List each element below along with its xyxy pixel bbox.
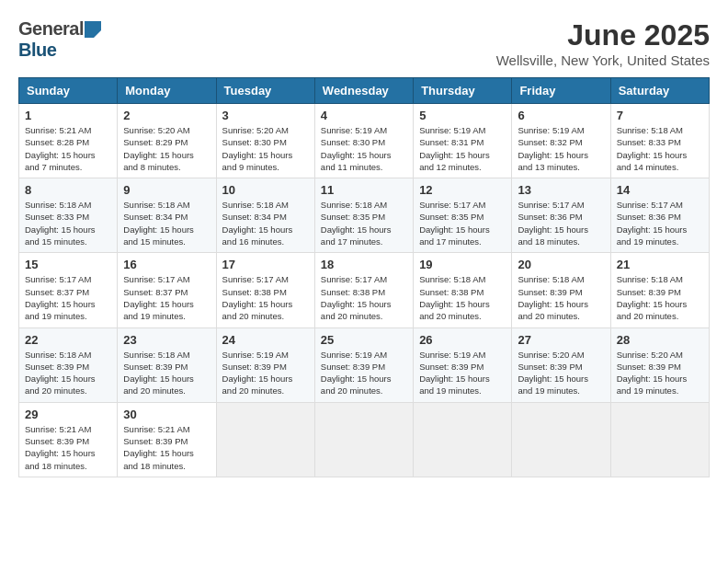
day-number: 3 bbox=[222, 109, 309, 122]
calendar-week-row: 8Sunrise: 5:18 AMSunset: 8:33 PMDaylight… bbox=[19, 178, 710, 253]
table-row: 30Sunrise: 5:21 AMSunset: 8:39 PMDayligh… bbox=[118, 402, 216, 477]
calendar-header-row: Sunday Monday Tuesday Wednesday Thursday… bbox=[19, 78, 710, 104]
day-number: 15 bbox=[25, 258, 111, 271]
day-number: 7 bbox=[617, 109, 703, 122]
table-row: 28Sunrise: 5:20 AMSunset: 8:39 PMDayligh… bbox=[610, 327, 709, 402]
day-number: 21 bbox=[617, 258, 703, 271]
table-row: 8Sunrise: 5:18 AMSunset: 8:33 PMDaylight… bbox=[19, 178, 118, 253]
day-number: 25 bbox=[321, 333, 407, 347]
day-info: Sunrise: 5:18 AMSunset: 8:39 PMDaylight:… bbox=[518, 273, 604, 322]
day-info: Sunrise: 5:18 AMSunset: 8:35 PMDaylight:… bbox=[321, 199, 407, 247]
day-info: Sunrise: 5:21 AMSunset: 8:39 PMDaylight:… bbox=[123, 423, 210, 472]
day-number: 20 bbox=[518, 258, 604, 271]
calendar-week-row: 15Sunrise: 5:17 AMSunset: 8:37 PMDayligh… bbox=[19, 253, 710, 327]
day-info: Sunrise: 5:18 AMSunset: 8:38 PMDaylight:… bbox=[419, 273, 506, 322]
table-row: 21Sunrise: 5:18 AMSunset: 8:39 PMDayligh… bbox=[610, 253, 709, 327]
day-info: Sunrise: 5:17 AMSunset: 8:38 PMDaylight:… bbox=[222, 273, 309, 322]
day-info: Sunrise: 5:19 AMSunset: 8:39 PMDaylight:… bbox=[321, 349, 407, 397]
day-number: 8 bbox=[25, 183, 111, 197]
day-info: Sunrise: 5:20 AMSunset: 8:30 PMDaylight:… bbox=[222, 124, 309, 173]
table-row: 16Sunrise: 5:17 AMSunset: 8:37 PMDayligh… bbox=[118, 253, 216, 327]
table-row: 15Sunrise: 5:17 AMSunset: 8:37 PMDayligh… bbox=[19, 253, 118, 327]
calendar-week-row: 1Sunrise: 5:21 AMSunset: 8:28 PMDaylight… bbox=[19, 104, 710, 178]
day-info: Sunrise: 5:18 AMSunset: 8:33 PMDaylight:… bbox=[25, 199, 111, 247]
table-row: 4Sunrise: 5:19 AMSunset: 8:30 PMDaylight… bbox=[314, 104, 413, 178]
col-sunday: Sunday bbox=[19, 78, 118, 104]
table-row: 18Sunrise: 5:17 AMSunset: 8:38 PMDayligh… bbox=[314, 253, 413, 327]
day-info: Sunrise: 5:19 AMSunset: 8:39 PMDaylight:… bbox=[419, 349, 506, 397]
page-header: General Blue June 2025 Wellsville, New Y… bbox=[18, 18, 710, 68]
title-block: June 2025 Wellsville, New York, United S… bbox=[496, 18, 710, 68]
day-number: 30 bbox=[123, 408, 210, 421]
day-info: Sunrise: 5:21 AMSunset: 8:28 PMDaylight:… bbox=[25, 124, 111, 173]
day-number: 29 bbox=[25, 408, 111, 421]
table-row: 19Sunrise: 5:18 AMSunset: 8:38 PMDayligh… bbox=[414, 253, 512, 327]
day-info: Sunrise: 5:19 AMSunset: 8:32 PMDaylight:… bbox=[518, 124, 604, 173]
table-row: 5Sunrise: 5:19 AMSunset: 8:31 PMDaylight… bbox=[414, 104, 512, 178]
col-tuesday: Tuesday bbox=[216, 78, 314, 104]
day-number: 28 bbox=[617, 333, 703, 347]
day-number: 13 bbox=[518, 183, 604, 197]
day-info: Sunrise: 5:17 AMSunset: 8:36 PMDaylight:… bbox=[617, 199, 703, 247]
table-row: 11Sunrise: 5:18 AMSunset: 8:35 PMDayligh… bbox=[314, 178, 413, 253]
col-thursday: Thursday bbox=[414, 78, 512, 104]
table-row: 3Sunrise: 5:20 AMSunset: 8:30 PMDaylight… bbox=[216, 104, 314, 178]
calendar-table: Sunday Monday Tuesday Wednesday Thursday… bbox=[18, 77, 710, 477]
day-info: Sunrise: 5:18 AMSunset: 8:39 PMDaylight:… bbox=[617, 273, 703, 322]
calendar-week-row: 29Sunrise: 5:21 AMSunset: 8:39 PMDayligh… bbox=[19, 402, 710, 477]
table-row: 27Sunrise: 5:20 AMSunset: 8:39 PMDayligh… bbox=[512, 327, 610, 402]
day-info: Sunrise: 5:19 AMSunset: 8:39 PMDaylight:… bbox=[222, 349, 309, 397]
logo-general: General bbox=[18, 18, 84, 40]
day-number: 27 bbox=[518, 333, 604, 347]
table-row: 2Sunrise: 5:20 AMSunset: 8:29 PMDaylight… bbox=[118, 104, 216, 178]
day-number: 23 bbox=[123, 333, 210, 347]
calendar-week-row: 22Sunrise: 5:18 AMSunset: 8:39 PMDayligh… bbox=[19, 327, 710, 402]
day-info: Sunrise: 5:18 AMSunset: 8:39 PMDaylight:… bbox=[25, 349, 111, 397]
day-info: Sunrise: 5:17 AMSunset: 8:37 PMDaylight:… bbox=[123, 273, 210, 322]
day-number: 19 bbox=[419, 258, 506, 271]
day-number: 2 bbox=[123, 109, 210, 122]
table-row: 22Sunrise: 5:18 AMSunset: 8:39 PMDayligh… bbox=[19, 327, 118, 402]
table-row: 29Sunrise: 5:21 AMSunset: 8:39 PMDayligh… bbox=[19, 402, 118, 477]
day-info: Sunrise: 5:18 AMSunset: 8:34 PMDaylight:… bbox=[123, 199, 210, 247]
table-row: 7Sunrise: 5:18 AMSunset: 8:33 PMDaylight… bbox=[610, 104, 709, 178]
logo-wing-icon bbox=[85, 21, 101, 38]
table-row bbox=[512, 402, 610, 477]
day-number: 24 bbox=[222, 333, 309, 347]
day-number: 5 bbox=[419, 109, 506, 122]
table-row: 23Sunrise: 5:18 AMSunset: 8:39 PMDayligh… bbox=[118, 327, 216, 402]
day-number: 26 bbox=[419, 333, 506, 347]
day-number: 10 bbox=[222, 183, 309, 197]
day-number: 18 bbox=[321, 258, 407, 271]
table-row: 26Sunrise: 5:19 AMSunset: 8:39 PMDayligh… bbox=[414, 327, 512, 402]
table-row: 20Sunrise: 5:18 AMSunset: 8:39 PMDayligh… bbox=[512, 253, 610, 327]
day-number: 9 bbox=[123, 183, 210, 197]
day-info: Sunrise: 5:18 AMSunset: 8:34 PMDaylight:… bbox=[222, 199, 309, 247]
table-row: 6Sunrise: 5:19 AMSunset: 8:32 PMDaylight… bbox=[512, 104, 610, 178]
day-number: 1 bbox=[25, 109, 111, 122]
table-row: 25Sunrise: 5:19 AMSunset: 8:39 PMDayligh… bbox=[314, 327, 413, 402]
table-row: 12Sunrise: 5:17 AMSunset: 8:35 PMDayligh… bbox=[414, 178, 512, 253]
table-row bbox=[610, 402, 709, 477]
day-number: 6 bbox=[518, 109, 604, 122]
day-info: Sunrise: 5:17 AMSunset: 8:37 PMDaylight:… bbox=[25, 273, 111, 322]
table-row: 1Sunrise: 5:21 AMSunset: 8:28 PMDaylight… bbox=[19, 104, 118, 178]
table-row: 9Sunrise: 5:18 AMSunset: 8:34 PMDaylight… bbox=[118, 178, 216, 253]
day-info: Sunrise: 5:20 AMSunset: 8:39 PMDaylight:… bbox=[617, 349, 703, 397]
day-info: Sunrise: 5:19 AMSunset: 8:31 PMDaylight:… bbox=[419, 124, 506, 173]
table-row: 13Sunrise: 5:17 AMSunset: 8:36 PMDayligh… bbox=[512, 178, 610, 253]
col-wednesday: Wednesday bbox=[314, 78, 413, 104]
month-title: June 2025 bbox=[496, 18, 710, 52]
day-number: 12 bbox=[419, 183, 506, 197]
day-number: 16 bbox=[123, 258, 210, 271]
day-info: Sunrise: 5:17 AMSunset: 8:36 PMDaylight:… bbox=[518, 199, 604, 247]
day-info: Sunrise: 5:17 AMSunset: 8:38 PMDaylight:… bbox=[321, 273, 407, 322]
table-row bbox=[216, 402, 314, 477]
day-info: Sunrise: 5:19 AMSunset: 8:30 PMDaylight:… bbox=[321, 124, 407, 173]
day-number: 17 bbox=[222, 258, 309, 271]
table-row bbox=[314, 402, 413, 477]
day-info: Sunrise: 5:20 AMSunset: 8:29 PMDaylight:… bbox=[123, 124, 210, 173]
col-friday: Friday bbox=[512, 78, 610, 104]
col-monday: Monday bbox=[118, 78, 216, 104]
table-row bbox=[414, 402, 512, 477]
